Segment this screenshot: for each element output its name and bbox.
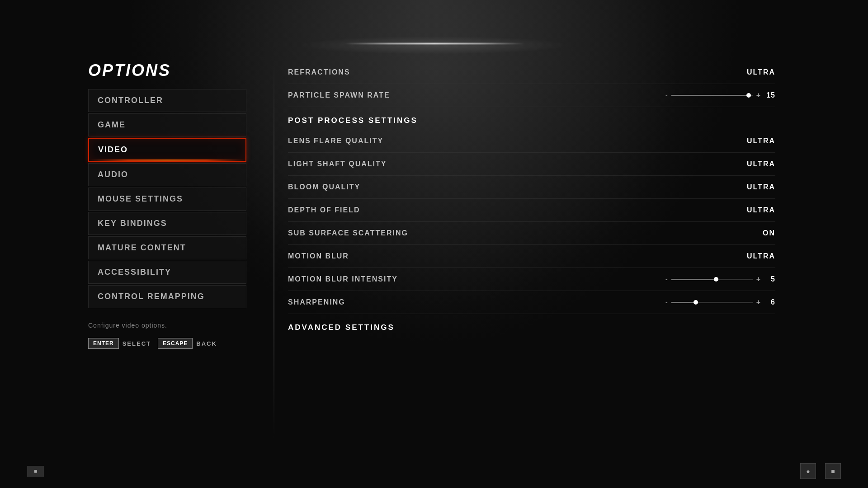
slider-control-particle-spawn-rate[interactable]: - + 15 <box>665 91 775 99</box>
slider-control-sharpening[interactable]: - + 6 <box>665 298 775 306</box>
setting-label-light-shaft-quality: LIGHT SHAFT QUALITY <box>288 160 387 168</box>
sidebar-item-accessibility[interactable]: ACCESSIBILITY <box>88 261 246 284</box>
bottom-left-badge: ■ <box>27 466 44 477</box>
setting-row-light-shaft-quality[interactable]: LIGHT SHAFT QUALITY ULTRA <box>288 153 775 176</box>
slider-thumb-particle-spawn-rate[interactable] <box>746 93 751 98</box>
sidebar-item-video[interactable]: VIDEO <box>88 138 246 162</box>
setting-label-motion-blur-intensity: MOTION BLUR INTENSITY <box>288 275 398 283</box>
setting-row-depth-of-field[interactable]: DEPTH OF FIELD ULTRA <box>288 199 775 222</box>
content-panel: REFRACTIONS ULTRA PARTICLE SPAWN RATE - … <box>288 61 780 438</box>
sidebar-bottom: Configure video options. ENTER SELECT ES… <box>88 322 246 349</box>
setting-value-lens-flare-quality: ULTRA <box>739 137 775 145</box>
setting-value-depth-of-field: ULTRA <box>739 206 775 214</box>
slider-fill-particle-spawn-rate <box>671 95 749 96</box>
setting-row-refractions[interactable]: REFRACTIONS ULTRA <box>288 61 775 84</box>
sidebar-item-control-remapping[interactable]: CONTROL REMAPPING <box>88 285 246 308</box>
setting-value-sub-surface-scattering: ON <box>739 229 775 237</box>
setting-label-motion-blur: MOTION BLUR <box>288 252 349 260</box>
sidebar-item-game[interactable]: GAME <box>88 113 246 136</box>
setting-label-sub-surface-scattering: SUB SURFACE SCATTERING <box>288 229 408 237</box>
key-enter-action: SELECT <box>123 340 151 347</box>
setting-row-bloom-quality[interactable]: BLOOM QUALITY ULTRA <box>288 176 775 199</box>
sidebar: OPTIONS CONTROLLERGAMEVIDEOAUDIOMOUSE SE… <box>88 61 260 438</box>
config-description: Configure video options. <box>88 322 246 329</box>
key-hint-escape: ESCAPE BACK <box>158 338 217 349</box>
main-container: OPTIONS CONTROLLERGAMEVIDEOAUDIOMOUSE SE… <box>88 61 780 438</box>
key-escape-action: BACK <box>196 340 217 347</box>
slider-minus-particle-spawn-rate[interactable]: - <box>665 92 668 99</box>
setting-label-particle-spawn-rate: PARTICLE SPAWN RATE <box>288 91 390 99</box>
key-hint-enter: ENTER SELECT <box>88 338 151 349</box>
sidebar-item-key-bindings[interactable]: KEY BINDINGS <box>88 212 246 235</box>
setting-row-sharpening[interactable]: SHARPENING - + 6 <box>288 291 775 314</box>
hud-icon-right: ■ <box>825 463 841 479</box>
slider-plus-particle-spawn-rate[interactable]: + <box>756 91 760 99</box>
setting-value-motion-blur: ULTRA <box>739 252 775 260</box>
bottom-hud: ■ ● ■ <box>27 463 841 479</box>
setting-value-light-shaft-quality: ULTRA <box>739 160 775 168</box>
slider-minus-motion-blur-intensity[interactable]: - <box>665 276 668 283</box>
top-light-streak <box>344 43 524 44</box>
sidebar-item-mature-content[interactable]: MATURE CONTENT <box>88 236 246 259</box>
key-escape-badge[interactable]: ESCAPE <box>158 338 193 349</box>
setting-value-bloom-quality: ULTRA <box>739 183 775 191</box>
slider-fill-motion-blur-intensity <box>671 279 716 280</box>
slider-fill-sharpening <box>671 302 696 303</box>
slider-track-sharpening[interactable] <box>671 302 753 303</box>
hud-icon-left: ● <box>800 463 816 479</box>
slider-track-particle-spawn-rate[interactable] <box>671 95 753 96</box>
sidebar-item-mouse-settings[interactable]: MOUSE SETTINGS <box>88 188 246 211</box>
slider-value-sharpening: 6 <box>764 298 775 306</box>
sidebar-item-audio[interactable]: AUDIO <box>88 163 246 186</box>
setting-value-refractions: ULTRA <box>739 68 775 76</box>
section-header-advanced-settings-header: ADVANCED SETTINGS <box>288 314 775 337</box>
slider-plus-sharpening[interactable]: + <box>756 298 760 306</box>
setting-label-depth-of-field: DEPTH OF FIELD <box>288 206 360 214</box>
setting-label-bloom-quality: BLOOM QUALITY <box>288 183 360 191</box>
section-header-post-process-header: POST PROCESS SETTINGS <box>288 107 775 130</box>
top-light-glow <box>298 36 570 54</box>
setting-row-sub-surface-scattering[interactable]: SUB SURFACE SCATTERING ON <box>288 222 775 245</box>
nav-menu: CONTROLLERGAMEVIDEOAUDIOMOUSE SETTINGSKE… <box>88 89 246 308</box>
slider-value-particle-spawn-rate: 15 <box>764 91 775 99</box>
slider-thumb-motion-blur-intensity[interactable] <box>714 277 718 282</box>
sidebar-item-controller[interactable]: CONTROLLER <box>88 89 246 112</box>
setting-label-refractions: REFRACTIONS <box>288 68 350 76</box>
setting-label-lens-flare-quality: LENS FLARE QUALITY <box>288 137 383 145</box>
setting-row-motion-blur-intensity[interactable]: MOTION BLUR INTENSITY - + 5 <box>288 268 775 291</box>
slider-control-motion-blur-intensity[interactable]: - + 5 <box>665 275 775 283</box>
key-enter-badge[interactable]: ENTER <box>88 338 119 349</box>
keyboard-hints: ENTER SELECT ESCAPE BACK <box>88 338 246 349</box>
slider-thumb-sharpening[interactable] <box>693 300 698 305</box>
page-title: OPTIONS <box>88 61 246 80</box>
setting-row-motion-blur[interactable]: MOTION BLUR ULTRA <box>288 245 775 268</box>
slider-minus-sharpening[interactable]: - <box>665 299 668 306</box>
setting-row-particle-spawn-rate[interactable]: PARTICLE SPAWN RATE - + 15 <box>288 84 775 107</box>
sidebar-divider <box>274 61 274 438</box>
setting-label-sharpening: SHARPENING <box>288 298 345 306</box>
slider-track-motion-blur-intensity[interactable] <box>671 279 753 280</box>
setting-row-lens-flare-quality[interactable]: LENS FLARE QUALITY ULTRA <box>288 130 775 153</box>
bottom-right-controls: ● ■ <box>800 463 841 479</box>
slider-value-motion-blur-intensity: 5 <box>764 275 775 283</box>
slider-plus-motion-blur-intensity[interactable]: + <box>756 275 760 283</box>
